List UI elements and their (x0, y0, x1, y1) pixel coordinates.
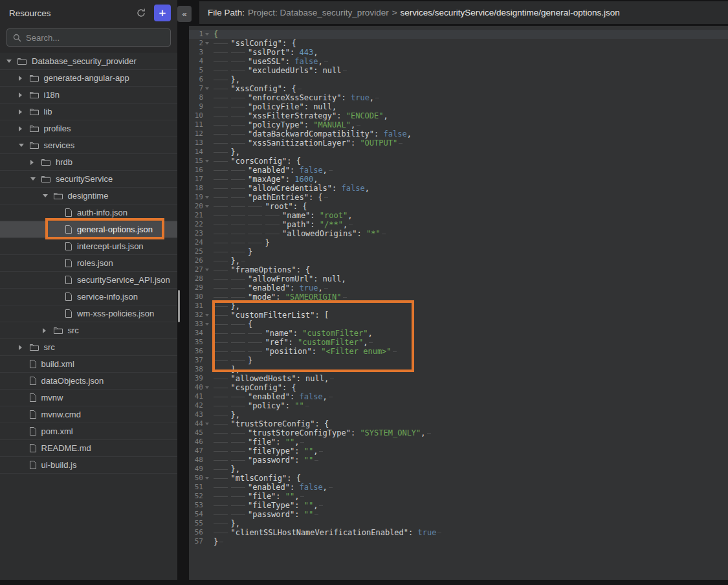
code-line[interactable]: 42"policy": "" (189, 401, 728, 410)
code-line[interactable]: 54"password": "" (189, 510, 728, 519)
tree-item-README.md[interactable]: README.md (0, 440, 177, 457)
code-line[interactable]: 39"allowedHosts": null, (189, 374, 728, 383)
add-resource-button[interactable]: + (154, 5, 171, 21)
tree-item-intercept-urls.json[interactable]: intercept-urls.json (0, 238, 177, 255)
tree-item-securityService_API.json[interactable]: securityService_API.json (0, 272, 177, 289)
tree-item-lib[interactable]: lib (0, 104, 177, 120)
chevron-down-icon[interactable] (6, 60, 14, 63)
code-line[interactable]: 14}, (189, 148, 728, 157)
code-line[interactable]: 40"cspConfig": { (189, 383, 728, 392)
code-line[interactable]: 25} (189, 247, 728, 256)
code-line[interactable]: 48"password": "" (189, 456, 728, 465)
code-line[interactable]: 8"enforceXssSecurity": true, (189, 93, 728, 102)
code-line[interactable]: 34"name": "customFilter", (189, 329, 728, 338)
code-line[interactable]: 16"enabled": false, (189, 166, 728, 175)
code-line[interactable]: 26}, (189, 256, 728, 265)
tree-item-i18n[interactable]: i18n (0, 87, 177, 104)
tree-item-services[interactable]: services (0, 137, 177, 154)
fold-arrow-icon[interactable] (203, 33, 211, 36)
tree-item-roles.json[interactable]: roles.json (0, 255, 177, 272)
code-line[interactable]: 19"pathEntries": { (189, 193, 728, 202)
code-line[interactable]: 37} (189, 356, 728, 365)
code-line[interactable]: 33{ (189, 320, 728, 329)
code-line[interactable]: 45"trustStoreConfigType": "SYSTEM_ONLY", (189, 428, 728, 437)
code-line[interactable]: 3"sslPort": 443, (189, 48, 728, 57)
code-line[interactable]: 51"enabled": false, (189, 483, 728, 492)
fold-arrow-icon[interactable] (203, 323, 211, 326)
code-line[interactable]: 2"sslConfig": { (189, 39, 728, 48)
code-line[interactable]: 27"frameOptions": { (189, 265, 728, 274)
code-line[interactable]: 17"maxAge": 1600, (189, 175, 728, 184)
code-line[interactable]: 30"mode": "SAMEORIGIN" (189, 292, 728, 302)
code-line[interactable]: 55}, (189, 519, 728, 528)
chevron-right-icon[interactable] (19, 93, 27, 98)
code-line[interactable]: 43}, (189, 410, 728, 419)
code-line[interactable]: 57} (189, 537, 728, 546)
code-line[interactable]: 11"policyType": "MANUAL", (189, 120, 728, 129)
code-line[interactable]: 36"position": "<Filter enum>" (189, 347, 728, 356)
code-line[interactable]: 20"root": { (189, 202, 728, 211)
tree-item-profiles[interactable]: profiles (0, 120, 177, 137)
tree-item-wm-xss-policies.json[interactable]: wm-xss-policies.json (0, 305, 177, 322)
tree-item-service-info.json[interactable]: service-info.json (0, 289, 177, 305)
chevron-right-icon[interactable] (19, 126, 27, 131)
code-line[interactable]: 18"allowCredentials": false, (189, 184, 728, 193)
fold-arrow-icon[interactable] (203, 42, 211, 45)
code-line[interactable]: 35"ref": "customFilter", (189, 338, 728, 347)
tree-item-Database_security_provider[interactable]: Database_security_provider (0, 53, 177, 70)
code-line[interactable]: 50"mtlsConfig": { (189, 474, 728, 483)
code-line[interactable]: 53"fileType": "", (189, 501, 728, 510)
chevron-down-icon[interactable] (43, 194, 50, 197)
tree-item-src[interactable]: src (0, 322, 177, 339)
fold-arrow-icon[interactable] (203, 269, 211, 271)
code-line[interactable]: 44"trustStoreConfig": { (189, 419, 728, 428)
tree-item-designtime[interactable]: designtime (0, 188, 177, 204)
code-line[interactable]: 13"xssSanitizationLayer": "OUTPUT" (189, 138, 728, 148)
tree-item-securityService[interactable]: securityService (0, 171, 177, 188)
code-line[interactable]: 23"allowedOrigins": "*" (189, 229, 728, 238)
tree-item-ui-build.js[interactable]: ui-build.js (0, 457, 177, 474)
code-line[interactable]: 49}, (189, 465, 728, 474)
tree-item-general-options.json[interactable]: general-options.json (0, 221, 177, 238)
code-line[interactable]: 6}, (189, 75, 728, 84)
chevron-down-icon[interactable] (19, 144, 27, 147)
code-line[interactable]: 5"excludedUrls": null (189, 66, 728, 75)
search-input[interactable]: Search... (6, 28, 171, 47)
code-line[interactable]: 9"policyFile": null, (189, 102, 728, 111)
collapse-panel-button[interactable]: « (177, 6, 192, 22)
fold-arrow-icon[interactable] (203, 386, 211, 389)
fold-arrow-icon[interactable] (203, 477, 211, 480)
tree-item-auth-info.json[interactable]: auth-info.json (0, 204, 177, 221)
sidebar-scrollbar[interactable] (178, 290, 180, 322)
code-line[interactable]: 10"xssFilterStrategy": "ENCODE", (189, 111, 728, 120)
code-line[interactable]: 12"dataBackwardCompatibility": false, (189, 129, 728, 138)
fold-arrow-icon[interactable] (203, 423, 211, 425)
tree-item-hrdb[interactable]: hrdb (0, 154, 177, 171)
chevron-right-icon[interactable] (19, 76, 27, 81)
tree-item-dataObjects.json[interactable]: dataObjects.json (0, 373, 177, 390)
code-line[interactable]: 1{ (189, 30, 728, 39)
code-line[interactable]: 47"fileType": "", (189, 447, 728, 456)
refresh-button[interactable] (133, 5, 149, 21)
code-line[interactable]: 28"allowFromUrl": null, (189, 274, 728, 283)
code-line[interactable]: 22"path": "/**", (189, 220, 728, 229)
fold-arrow-icon[interactable] (203, 196, 211, 199)
code-line[interactable]: 56"clientSSLHostNameVerificationEnabled"… (189, 528, 728, 537)
fold-arrow-icon[interactable] (203, 314, 211, 316)
code-line[interactable]: 15"corsConfig": { (189, 157, 728, 166)
code-line[interactable]: 24} (189, 238, 728, 247)
code-editor[interactable]: 1{2"sslConfig": {3"sslPort": 443,4"useSS… (189, 26, 728, 580)
code-line[interactable]: 31}, (189, 302, 728, 311)
chevron-right-icon[interactable] (19, 109, 27, 115)
code-line[interactable]: 29"enabled": true, (189, 283, 728, 292)
fold-arrow-icon[interactable] (203, 160, 211, 162)
fold-arrow-icon[interactable] (203, 87, 211, 90)
tree-item-build.xml[interactable]: build.xml (0, 356, 177, 373)
code-line[interactable]: 38], (189, 365, 728, 374)
chevron-right-icon[interactable] (43, 328, 50, 333)
code-line[interactable]: 46"file": "", (189, 437, 728, 447)
code-line[interactable]: 21"name": "root", (189, 211, 728, 220)
tree-item-generated-angular-app[interactable]: generated-angular-app (0, 70, 177, 87)
chevron-right-icon[interactable] (30, 160, 38, 165)
fold-arrow-icon[interactable] (203, 205, 211, 208)
